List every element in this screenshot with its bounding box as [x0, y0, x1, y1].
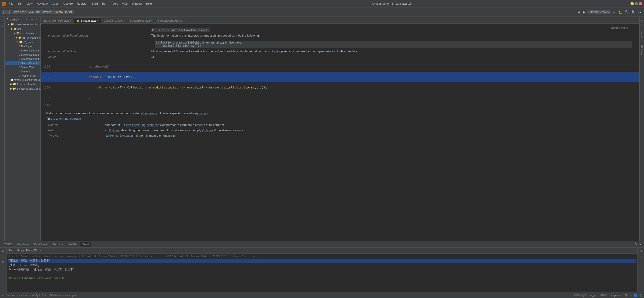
tab-streamtest-close[interactable]: ✕: [151, 19, 152, 22]
bc-toList[interactable]: toList: [65, 11, 72, 14]
optional-link[interactable]: Optional: [109, 129, 120, 132]
tab-streamtest[interactable]: StreamTest.java ✕: [127, 18, 155, 24]
run-tab-close[interactable]: ✕: [39, 249, 41, 252]
close-button[interactable]: [639, 2, 642, 5]
tab-collectors-label: Collectors.java: [104, 19, 122, 22]
tree-item-d1[interactable]: ▶ 📁 d1_unchange_collection: [5, 35, 40, 40]
optional-link-2[interactable]: Optional: [202, 129, 213, 132]
menu-build[interactable]: Build: [90, 2, 100, 6]
project-dropdown-icon[interactable]: ▾: [18, 18, 19, 21]
tree-item-streamdemo05[interactable]: C StreamDemo05: [5, 61, 40, 65]
tab-stream[interactable]: 🔒 Stream.java ✕: [74, 18, 101, 24]
line-content-1194: /unchecked/: [56, 61, 639, 72]
tree-item-employee[interactable]: C Employee: [5, 44, 40, 49]
tab-streamdemo05[interactable]: StreamDemo05.java ✕: [41, 18, 74, 24]
menu-analyze[interactable]: Analyze: [61, 2, 75, 6]
menu-file[interactable]: File: [7, 2, 15, 6]
tree-item-streamdemo02[interactable]: C StreamDemo02: [5, 49, 40, 53]
tree-item-d2[interactable]: ▼ 📁 d2_stream: [5, 40, 40, 44]
bottom-close-btn[interactable]: ✕: [638, 242, 642, 246]
throws-content: NullPointerException – if the minimum el…: [103, 133, 634, 138]
menu-bar[interactable]: File Edit View Navigate Code Analyze Ref…: [7, 2, 154, 6]
console-close-btn[interactable]: ✕: [639, 254, 643, 259]
right-vtab-favorites[interactable]: Favorites: [640, 30, 644, 42]
breadcrumb[interactable]: java.base › java › util › stream › Strea…: [12, 10, 74, 14]
menu-vcs[interactable]: VCS: [120, 2, 130, 6]
back-button[interactable]: ◀: [577, 10, 581, 15]
reduction-link[interactable]: reduction: [195, 112, 208, 115]
tree-item-com[interactable]: ▼ 📦 com.itheima: [5, 31, 40, 35]
search-everywhere-button[interactable]: 🔍: [630, 10, 636, 15]
menu-view[interactable]: View: [25, 2, 34, 6]
bottom-tab-build[interactable]: Build: [80, 242, 91, 246]
menu-navigate[interactable]: Navigate: [35, 2, 50, 6]
menu-refactor[interactable]: Refactor: [75, 2, 89, 6]
run-rerun-button[interactable]: ↺: [1, 260, 6, 264]
run-scroll-down-button[interactable]: ↓: [1, 265, 6, 270]
tree-item-topperformer[interactable]: C Topperformer: [5, 74, 40, 78]
tab-streamdemo03-close[interactable]: ✕: [184, 19, 186, 22]
tree-item-streamdemo03[interactable]: C StreamDemo03: [5, 53, 40, 57]
tab-streamdemo03[interactable]: StreamDemo03.java ✕: [155, 18, 188, 24]
right-vtab-structure[interactable]: Structure: [640, 18, 644, 29]
bc-util[interactable]: util: [36, 11, 40, 14]
project-panel-header[interactable]: Project ▾ ⊡ ⚙ ✕: [5, 17, 40, 22]
build-button[interactable]: 🔨: [624, 10, 630, 15]
settings-button[interactable]: ⚙: [637, 10, 642, 15]
run-play-button[interactable]: ▶: [1, 249, 6, 253]
run-stop-button[interactable]: ⬛: [1, 254, 6, 259]
reader-mode-button[interactable]: Reader Mode: [609, 26, 630, 30]
menu-code[interactable]: Code: [50, 2, 60, 6]
sidebar-hide-btn[interactable]: ✕: [35, 18, 38, 21]
non-interfering-link[interactable]: non-interfering: [126, 123, 146, 127]
tab-collectors-close[interactable]: ✕: [123, 19, 125, 22]
tree-item-scratches[interactable]: ▶ 📁 Scratches and Consoles: [5, 86, 40, 91]
maximize-button[interactable]: [635, 2, 638, 5]
minimize-button[interactable]: [630, 2, 634, 5]
tree-item-student[interactable]: C Student: [5, 69, 40, 74]
bottom-settings-btn[interactable]: ⚙: [634, 242, 638, 246]
java-icon-sd05: C: [18, 62, 20, 65]
tree-item-iml[interactable]: 📄 stream-exception-log-app.iml: [5, 78, 40, 82]
terminal-link[interactable]: terminal operation: [58, 117, 82, 120]
bottom-tab-todo[interactable]: TODO: [2, 242, 14, 246]
code-area[interactable]: 1194 /unchecked/ 1195 ⚡ default List<T> …: [41, 61, 639, 108]
run-config-selector[interactable]: StreamDemo05: [588, 10, 611, 14]
tree-item-streamtest[interactable]: C StreamTest: [5, 65, 40, 69]
bottom-tab-problems[interactable]: Problems: [15, 242, 32, 246]
right-vtab-database[interactable]: Database: [640, 45, 644, 57]
tree-item-root[interactable]: ▼ 📁 stream-exception-log-app: [5, 22, 40, 27]
right-vtab-link[interactable]: 链接: [640, 42, 644, 44]
tab-collectors[interactable]: Collectors.java ✕: [101, 18, 127, 24]
tab-streamdemo05-close[interactable]: ✕: [70, 19, 72, 22]
tree-label-sd03: StreamDemo03: [21, 53, 39, 56]
debug-button[interactable]: 🐛: [617, 10, 623, 15]
bottom-tab-profiler[interactable]: Profiler: [66, 242, 80, 246]
npe-link[interactable]: NullPointerException: [105, 134, 133, 137]
sidebar-settings-btn[interactable]: ⚙: [30, 18, 34, 21]
tab-stream-close[interactable]: ✕: [96, 19, 98, 22]
menu-edit[interactable]: Edit: [16, 2, 24, 6]
stream-icon: 🔒: [76, 19, 79, 22]
bottom-tab-eval[interactable]: Eval Reset: [32, 242, 50, 246]
menu-help[interactable]: Help: [144, 2, 154, 6]
bc-stream[interactable]: stream: [42, 11, 51, 14]
stateless-link[interactable]: stateless: [147, 123, 159, 127]
menu-tools[interactable]: Tools: [110, 2, 120, 6]
bc-java[interactable]: java: [28, 11, 34, 14]
tree-item-src[interactable]: ▼ 📂 src: [5, 27, 40, 31]
console-settings-btn[interactable]: ⚙: [639, 249, 643, 253]
bc-Stream[interactable]: Stream: [54, 11, 63, 14]
tree-item-streamdemo04[interactable]: C StreamDemo04: [5, 57, 40, 61]
left-vtab-project[interactable]: Project: [0, 18, 4, 28]
bc-java-base[interactable]: java.base: [14, 11, 26, 14]
editor-area[interactable]: Reader Mode Collectors.toCollection(Supp…: [41, 24, 639, 241]
bottom-tab-terminal[interactable]: Terminal: [50, 242, 66, 246]
menu-window[interactable]: Window: [130, 2, 144, 6]
forward-button[interactable]: ▶: [582, 10, 586, 15]
tree-item-ext[interactable]: ▶ 📁 External Libraries: [5, 82, 40, 86]
comparator-link[interactable]: Comparator: [141, 112, 157, 115]
sidebar-collapse-btn[interactable]: ⊡: [25, 18, 29, 21]
menu-run[interactable]: Run: [100, 2, 109, 6]
run-button[interactable]: ▶: [612, 10, 616, 15]
